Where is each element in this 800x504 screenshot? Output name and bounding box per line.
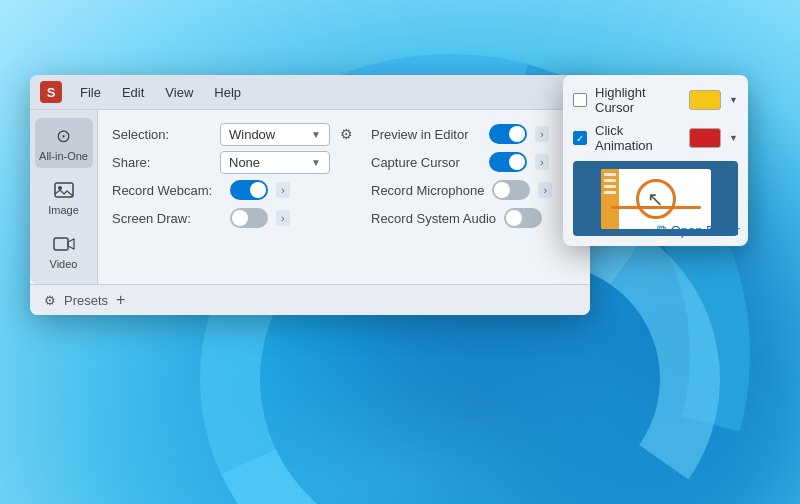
sidebar-label-all-in-one: All-in-One [39, 150, 88, 162]
stripe-3 [604, 185, 616, 188]
popup-panel: Highlight Cursor ▼ ✓ Click Animation ▼ ↖… [563, 75, 748, 246]
highlight-cursor-row: Highlight Cursor ▼ [573, 85, 738, 115]
sidebar-label-image: Image [48, 204, 79, 216]
presets-button[interactable]: Presets [64, 293, 108, 308]
image-icon [52, 178, 76, 202]
menu-help[interactable]: Help [206, 83, 249, 102]
preview-in-editor-label: Preview in Editor [371, 127, 481, 142]
screen-draw-toggle[interactable] [230, 208, 268, 228]
video-icon [52, 232, 76, 256]
sidebar-item-all-in-one[interactable]: ⊙ All-in-One [35, 118, 93, 168]
record-webcam-expand-icon[interactable]: › [276, 182, 290, 198]
record-system-audio-label: Record System Audio [371, 211, 496, 226]
title-bar: S File Edit View Help [30, 75, 590, 110]
capture-cursor-label: Capture Cursor [371, 155, 481, 170]
preview-in-editor-toggle[interactable] [489, 124, 527, 144]
click-animation-dropdown-icon[interactable]: ▼ [729, 133, 738, 143]
toggle-knob-screen [232, 210, 248, 226]
highlight-cursor-color-swatch[interactable] [689, 90, 721, 110]
sidebar-item-image[interactable]: Image [35, 172, 93, 222]
selection-value: Window [229, 127, 275, 142]
capture-cursor-expand-icon[interactable]: › [535, 154, 549, 170]
share-row: Share: None ▼ [112, 148, 355, 176]
highlight-color-dropdown-icon[interactable]: ▼ [729, 95, 738, 105]
preview-inner: ↖ [601, 169, 711, 229]
toggle-knob-cursor [509, 154, 525, 170]
click-animation-color-swatch[interactable] [689, 128, 721, 148]
capture-cursor-row: Capture Cursor › [371, 148, 576, 176]
preview-expand-icon[interactable]: › [535, 126, 549, 142]
toggle-knob-preview [509, 126, 525, 142]
toggle-knob [250, 182, 266, 198]
highlight-cursor-label: Highlight Cursor [595, 85, 681, 115]
menu-bar: File Edit View Help [72, 83, 249, 102]
click-animation-checkbox[interactable]: ✓ [573, 131, 587, 145]
gear-icon[interactable]: ⚙ [338, 124, 355, 144]
app-logo: S [40, 81, 62, 103]
stripe-1 [604, 173, 616, 176]
preview-bottom-bar [611, 206, 701, 209]
menu-edit[interactable]: Edit [114, 83, 152, 102]
selection-label: Selection: [112, 127, 212, 142]
control-grid: Selection: Window ▼ ⚙ Share: None ▼ [112, 120, 576, 232]
screen-draw-label: Screen Draw: [112, 211, 222, 226]
chevron-down-icon: ▼ [311, 129, 321, 140]
share-dropdown[interactable]: None ▼ [220, 151, 330, 174]
presets-gear-icon: ⚙ [44, 293, 56, 308]
open-editor-label: Open Editor [671, 223, 740, 238]
capture-cursor-toggle[interactable] [489, 152, 527, 172]
bottom-bar: ⚙ Presets + [30, 284, 590, 315]
share-value: None [229, 155, 260, 170]
record-webcam-row: Record Webcam: › [112, 176, 355, 204]
selection-dropdown[interactable]: Window ▼ [220, 123, 330, 146]
stripe-2 [604, 179, 616, 182]
record-mic-expand-icon[interactable]: › [538, 182, 552, 198]
preview-sidebar [601, 169, 619, 229]
toggle-knob-audio [506, 210, 522, 226]
record-system-audio-toggle[interactable] [504, 208, 542, 228]
add-preset-button[interactable]: + [116, 291, 125, 309]
click-animation-row: ✓ Click Animation ▼ [573, 123, 738, 153]
toggle-knob-mic [494, 182, 510, 198]
click-animation-label: Click Animation [595, 123, 681, 153]
stripe-4 [604, 191, 616, 194]
all-in-one-icon: ⊙ [52, 124, 76, 148]
highlight-cursor-checkbox[interactable] [573, 93, 587, 107]
preview-in-editor-row: Preview in Editor › [371, 120, 576, 148]
svg-rect-2 [54, 238, 68, 250]
menu-file[interactable]: File [72, 83, 109, 102]
record-system-audio-row: Record System Audio [371, 204, 576, 232]
preview-click-circle [636, 179, 676, 219]
sidebar-label-video: Video [50, 258, 78, 270]
screen-draw-expand-icon[interactable]: › [276, 210, 290, 226]
share-label: Share: [112, 155, 212, 170]
record-webcam-label: Record Webcam: [112, 183, 222, 198]
sidebar: ⊙ All-in-One Image [30, 110, 98, 284]
record-microphone-toggle[interactable] [492, 180, 530, 200]
selection-row: Selection: Window ▼ ⚙ [112, 120, 355, 148]
open-editor-button[interactable]: ⧉ Open Editor [657, 222, 740, 238]
chevron-down-icon-share: ▼ [311, 157, 321, 168]
screen-draw-row: Screen Draw: › [112, 204, 355, 232]
open-editor-icon: ⧉ [657, 222, 666, 238]
menu-view[interactable]: View [157, 83, 201, 102]
svg-rect-0 [55, 183, 73, 197]
main-content: ⊙ All-in-One Image [30, 110, 590, 284]
content-area: Selection: Window ▼ ⚙ Share: None ▼ [98, 110, 590, 284]
sidebar-item-video[interactable]: Video [35, 226, 93, 276]
record-microphone-row: Record Microphone › [371, 176, 576, 204]
app-window: S File Edit View Help ⊙ All-in-One [30, 75, 590, 315]
record-webcam-toggle[interactable] [230, 180, 268, 200]
record-microphone-label: Record Microphone [371, 183, 484, 198]
